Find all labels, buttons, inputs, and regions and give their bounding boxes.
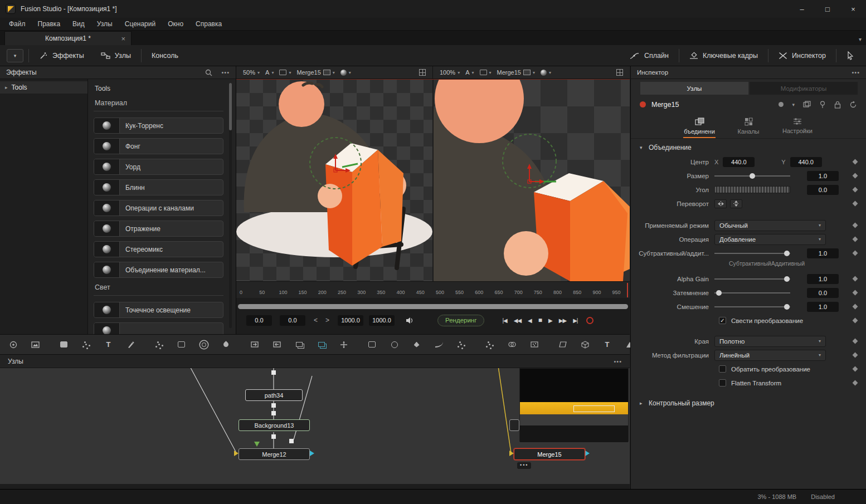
saver-tool-icon[interactable]	[269, 338, 284, 351]
effect-item[interactable]: Операции с каналами	[94, 200, 223, 216]
range-start-field[interactable]: 0.0	[246, 315, 272, 326]
go-to-end-button[interactable]: ▶|	[570, 317, 581, 324]
reference-size-section-header[interactable]: ▸ Контрольный размер	[631, 394, 866, 410]
effect-item[interactable]: Уорд	[94, 159, 223, 175]
node-merge15[interactable]: Merge15	[514, 448, 585, 460]
edges-keyframe-button[interactable]	[848, 339, 862, 343]
viewer2-canvas[interactable]	[434, 80, 630, 281]
flatten-transform-checkbox[interactable]	[719, 379, 726, 386]
tree-item-tools[interactable]: ▸ Tools	[0, 81, 87, 94]
burn-field[interactable]: 0.0	[807, 288, 839, 298]
current-time-field[interactable]: 0.0	[280, 315, 305, 326]
subtractive-field[interactable]: 1.0	[807, 248, 839, 258]
viewer2-lut-select[interactable]: ▾	[541, 70, 551, 76]
node-merge15-options[interactable]: •••	[517, 462, 531, 469]
node-editor-menu-button[interactable]: •••	[614, 358, 622, 365]
merge-section-header[interactable]: ▾ Объединение	[631, 139, 866, 155]
stop-button[interactable]: ■	[535, 316, 545, 324]
lock-icon[interactable]	[834, 101, 841, 109]
blend-field[interactable]: 1.0	[807, 302, 839, 312]
chevron-down-icon[interactable]: ▾	[792, 102, 795, 107]
toolbar-customize-button[interactable]: ▾	[7, 49, 23, 62]
pemitter-tool-icon[interactable]	[482, 338, 497, 351]
play-button[interactable]: ▶	[545, 317, 556, 324]
menu-item[interactable]: Справка	[189, 20, 228, 28]
reset-icon[interactable]	[849, 101, 857, 109]
subtractive-slider-handle[interactable]	[784, 251, 790, 256]
fast-forward-button[interactable]: ▶▶	[556, 317, 570, 324]
filter-keyframe-button[interactable]	[848, 353, 862, 357]
invert-keyframe-button[interactable]	[848, 367, 862, 371]
filter-dropdown[interactable]: Линейный ▾	[714, 350, 826, 361]
console-panel-button[interactable]: Консоль	[143, 45, 187, 66]
node-color-icon[interactable]	[779, 102, 784, 107]
angle-field[interactable]: 0.0	[807, 185, 839, 195]
menu-item[interactable]: Правка	[32, 20, 67, 28]
invert-checkbox[interactable]	[719, 365, 726, 373]
burn-slider[interactable]	[714, 288, 790, 298]
spline-panel-button[interactable]: Сплайн	[621, 45, 677, 66]
node-editor-hscrollbar[interactable]	[0, 484, 630, 489]
operator-dropdown[interactable]: Добавление ▾	[714, 234, 826, 245]
node-canvas[interactable]: path34 Background13 Merge12 Merge15 •••	[0, 368, 630, 484]
polygon-mask-tool-icon[interactable]	[409, 338, 424, 351]
center-y-field[interactable]: 440.0	[790, 157, 822, 167]
text3d-tool-icon[interactable]: T	[600, 338, 615, 351]
pin-icon[interactable]	[819, 101, 826, 109]
effects-scrollbar-thumb[interactable]	[229, 83, 232, 130]
dissolve-tool-icon[interactable]	[291, 338, 306, 351]
text-tool-icon[interactable]: T	[101, 338, 116, 351]
menu-item[interactable]: Узлы	[91, 20, 119, 28]
burn-slider-handle[interactable]	[716, 290, 722, 296]
search-icon[interactable]	[205, 69, 212, 76]
audio-icon[interactable]	[406, 317, 414, 324]
center-x-field[interactable]: 440.0	[723, 157, 755, 167]
brightness-tool-icon[interactable]	[196, 338, 211, 351]
viewer2-zoom-select[interactable]: 100% ▾	[440, 69, 460, 76]
size-keyframe-button[interactable]	[848, 174, 862, 178]
duration-field[interactable]: 1000.0	[369, 315, 395, 326]
bspline-mask-tool-icon[interactable]	[431, 338, 446, 351]
paint-tool-icon[interactable]	[123, 338, 138, 351]
size-field[interactable]: 1.0	[807, 171, 839, 181]
step-forward-button[interactable]: >	[322, 316, 333, 324]
menu-item[interactable]: Сценарий	[119, 20, 162, 28]
edges-dropdown[interactable]: Полотно ▾	[714, 336, 826, 347]
tab-nodes[interactable]: Узлы	[640, 82, 748, 95]
viewer1-grid-button[interactable]	[419, 69, 426, 76]
flatten-checkbox[interactable]: ✓	[719, 317, 726, 324]
viewer-scrollbar-thumb[interactable]	[238, 304, 628, 309]
alpha-gain-keyframe-button[interactable]	[848, 277, 862, 281]
fastnoise-tool-icon[interactable]	[79, 338, 94, 351]
apply-mode-dropdown[interactable]: Обычный ▾	[714, 220, 826, 231]
media-in-tool-icon[interactable]	[28, 338, 43, 351]
subtractive-keyframe-button[interactable]	[848, 251, 862, 255]
subtractive-slider[interactable]	[714, 248, 790, 258]
viewer2-node-select[interactable]: Merge15 ▾	[497, 69, 535, 76]
loader-tool-icon[interactable]	[247, 338, 262, 351]
range-end-field[interactable]: 1000.0	[338, 315, 363, 326]
playhead-marker[interactable]	[627, 283, 628, 297]
go-to-start-button[interactable]: |◀	[499, 317, 510, 324]
minimize-button[interactable]: –	[789, 0, 815, 18]
alpha-gain-slider-handle[interactable]	[784, 276, 790, 282]
effect-item[interactable]: Фонг	[94, 138, 223, 154]
transform-tool-icon[interactable]	[336, 338, 351, 351]
tab-close-icon[interactable]: ×	[121, 35, 125, 43]
blur-tool-icon[interactable]	[218, 338, 233, 351]
flip-horizontal-button[interactable]	[714, 199, 727, 208]
pmerge-tool-icon[interactable]	[504, 338, 519, 351]
close-button[interactable]: ×	[840, 0, 866, 18]
prender-tool-icon[interactable]	[527, 338, 542, 351]
viewer1-node-select[interactable]: Merge15 ▾	[296, 69, 334, 76]
tab-modifiers[interactable]: Модификаторы	[750, 82, 858, 95]
menu-item[interactable]: Окно	[162, 20, 189, 28]
rectangle-mask-tool-icon[interactable]	[364, 338, 380, 351]
node-path34[interactable]: path34	[245, 389, 303, 401]
blend-slider-handle[interactable]	[784, 304, 790, 310]
viewer1-canvas[interactable]	[236, 80, 432, 281]
maximize-button[interactable]: □	[815, 0, 840, 18]
viewer1-zoom-select[interactable]: 50% ▾	[243, 69, 260, 76]
select-tool-icon[interactable]	[6, 338, 21, 351]
flip-vertical-button[interactable]	[730, 199, 742, 208]
